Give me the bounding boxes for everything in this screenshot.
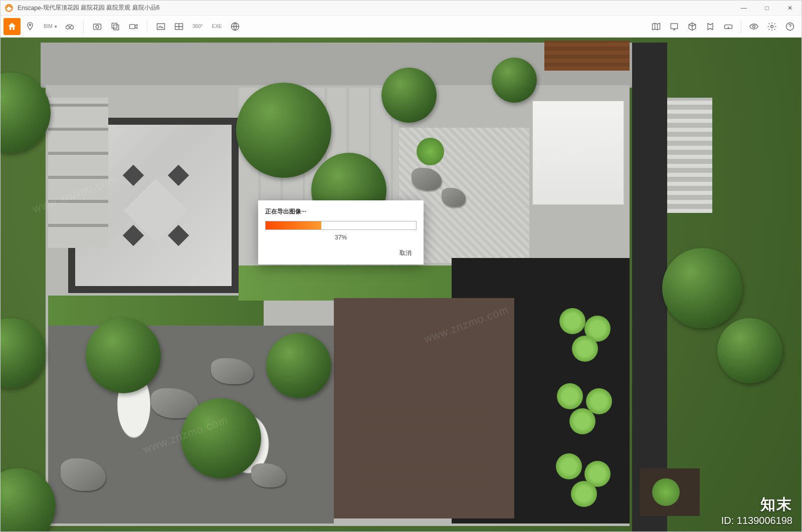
- svg-point-1: [29, 24, 31, 26]
- viewport-3d[interactable]: www.znzmo.com www.znzmo.com www.znzmo.co…: [1, 38, 801, 531]
- export-exe-label: EXE: [211, 24, 223, 29]
- export-360-icon[interactable]: 360°: [188, 18, 207, 35]
- toolbar-group-export: 360° EXE: [152, 18, 244, 35]
- app-window: Enscape - 现代屋顶花园 庭院花园 庭院景观 庭院小品6 — □ ✕ B…: [0, 0, 802, 532]
- maximize-icon: □: [765, 5, 768, 12]
- close-button[interactable]: ✕: [778, 1, 801, 16]
- vr-icon[interactable]: [720, 18, 737, 35]
- help-icon[interactable]: [781, 18, 798, 35]
- minimize-icon: —: [741, 5, 747, 12]
- svg-rect-7: [113, 25, 118, 30]
- export-progress-dialog: 正在导出图像··· 37% 取消: [258, 200, 424, 264]
- svg-point-5: [96, 25, 99, 28]
- settings-icon[interactable]: [763, 18, 780, 35]
- toolbar-group-capture: [89, 18, 142, 35]
- svg-rect-13: [725, 25, 732, 29]
- progress-bar: [265, 221, 417, 230]
- cancel-button[interactable]: 取消: [394, 247, 417, 259]
- visual-settings-icon[interactable]: [745, 18, 762, 35]
- asset-library-icon[interactable]: [684, 18, 701, 35]
- bim-icon[interactable]: BIM ▾: [40, 18, 60, 35]
- home-icon[interactable]: [4, 18, 21, 35]
- document-title: 现代屋顶花园 庭院花园 庭院景观 庭院小品6: [43, 4, 160, 12]
- dialog-title: 正在导出图像···: [265, 207, 417, 216]
- app-name: Enscape: [18, 5, 41, 12]
- pin-icon[interactable]: [22, 18, 39, 35]
- toolbar-group-right: [648, 18, 798, 35]
- export-pano-icon[interactable]: [170, 18, 187, 35]
- close-icon: ✕: [787, 5, 792, 12]
- svg-point-15: [771, 25, 773, 28]
- svg-rect-12: [671, 24, 677, 29]
- cancel-label: 取消: [399, 249, 412, 256]
- app-logo-icon: [5, 4, 14, 13]
- svg-point-14: [753, 25, 755, 28]
- bim-label: BIM: [43, 24, 54, 29]
- progress-percent-label: 37%: [265, 234, 417, 241]
- svg-rect-9: [157, 24, 164, 30]
- progress-fill: [266, 221, 321, 229]
- chevron-down-icon: ▾: [55, 24, 57, 29]
- capture-icon[interactable]: [89, 18, 106, 35]
- export-exe-icon[interactable]: EXE: [208, 18, 226, 35]
- video-icon[interactable]: [125, 18, 142, 35]
- export-360-label: 360°: [191, 24, 204, 29]
- export-web-icon[interactable]: [227, 18, 244, 35]
- svg-rect-4: [93, 24, 101, 30]
- export-image-icon[interactable]: [152, 18, 169, 35]
- screenshot-icon[interactable]: [666, 18, 683, 35]
- scene-render: www.znzmo.com www.znzmo.com www.znzmo.co…: [1, 38, 801, 531]
- titlebar: Enscape - 现代屋顶花园 庭院花园 庭院景观 庭院小品6 — □ ✕: [1, 1, 801, 16]
- svg-rect-8: [129, 24, 135, 28]
- svg-rect-6: [112, 23, 117, 28]
- sync-views-icon[interactable]: [702, 18, 719, 35]
- minimize-button[interactable]: —: [732, 1, 755, 16]
- batch-render-icon[interactable]: [107, 18, 124, 35]
- toolbar: BIM ▾: [1, 16, 801, 38]
- maximize-button[interactable]: □: [755, 1, 778, 16]
- map-icon[interactable]: [648, 18, 665, 35]
- svg-point-3: [70, 26, 74, 29]
- svg-point-2: [66, 26, 69, 29]
- toolbar-group-nav: BIM ▾: [4, 18, 78, 35]
- binoculars-icon[interactable]: [61, 18, 78, 35]
